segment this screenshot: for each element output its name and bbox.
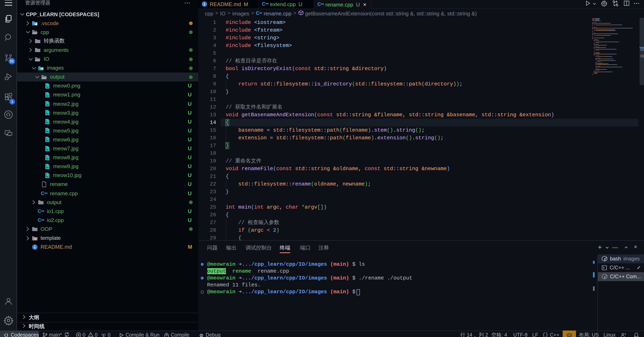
svg-text:C: C xyxy=(41,191,44,196)
svg-text:C: C xyxy=(262,1,265,7)
svg-text:C: C xyxy=(38,217,41,223)
svg-text:C: C xyxy=(317,1,321,7)
svg-text:C: C xyxy=(256,10,260,16)
svg-text:$: $ xyxy=(605,276,606,278)
svg-text:C: C xyxy=(38,208,41,214)
svg-text:$: $ xyxy=(605,258,606,261)
